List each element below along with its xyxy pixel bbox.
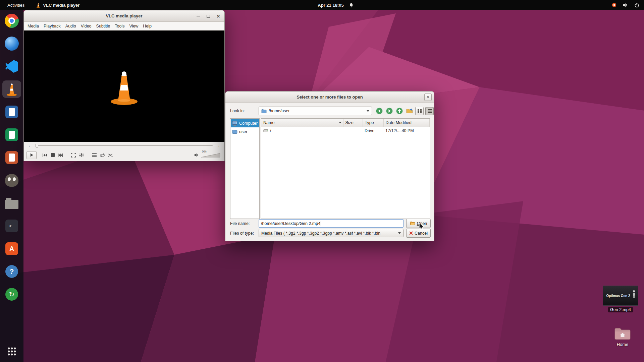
dock-item-help[interactable]: ? [2,263,21,280]
shuffle-icon [108,153,113,157]
dialog-titlebar[interactable]: Select one or more files to open × [225,92,434,103]
files-of-type-value: Media Files ( *.3g2 *.3gp *.3gp2 *.3gpp … [261,231,396,236]
menu-tools[interactable]: Tools [112,23,127,29]
files-of-type-select[interactable]: Media Files ( *.3g2 *.3gp *.3gp2 *.3gpp … [259,229,404,237]
vlc-window-buttons: × [194,10,222,22]
help-icon: ? [5,265,18,278]
back-button[interactable] [375,107,383,115]
column-header-type[interactable]: Type [363,119,383,127]
play-button[interactable] [26,151,37,159]
dialog-close-button[interactable]: × [424,94,432,101]
dock-item-calc[interactable] [2,126,21,143]
cancel-button[interactable]: Cancel [406,229,431,238]
vlc-video-area[interactable] [24,31,224,142]
speaker-icon [194,153,199,157]
forward-button[interactable] [385,107,393,115]
menu-media[interactable]: Media [25,23,41,29]
desktop-icon-label: Gen 2.mp4 [608,307,633,312]
look-in-combobox[interactable]: /home/user [259,107,372,115]
dock-item-prefs[interactable]: ↻ [2,286,21,303]
impress-icon [5,151,18,164]
minimize-button[interactable] [194,12,202,20]
column-header-date-modified[interactable]: Date Modified [383,119,430,127]
dock-item-impress[interactable] [2,149,21,166]
minimize-icon [197,16,200,16]
dock: >_A?↻ [0,10,23,362]
playlist-button[interactable] [90,152,98,159]
menu-subtitle[interactable]: Subtitle [94,23,113,29]
dock-item-writer[interactable] [2,103,21,121]
place-item-user[interactable]: user [231,127,259,136]
dock-item-files[interactable] [2,194,21,212]
file-name-value: /home/user/Desktop/Gen 2.mp4 [261,221,320,226]
open-button[interactable]: Open [406,219,431,228]
desktop-icon-home[interactable]: Home [610,327,635,347]
volume-control[interactable]: 0% [194,149,222,161]
fullscreen-button[interactable] [69,152,77,159]
new-folder-button[interactable] [405,107,414,115]
clock-button[interactable]: Apr 21 18:05 [318,0,354,10]
file-row[interactable]: /Drive17/12/...:40 PM [261,127,430,134]
place-label: Computer [239,121,258,126]
icon-view-button[interactable] [415,107,424,115]
total-time: --:-- [216,143,222,147]
activities-button[interactable]: Activities [5,0,27,10]
shuffle-button[interactable] [106,152,114,159]
menu-help[interactable]: Help [141,23,154,29]
look-in-value: /home/user [269,109,290,113]
vlc-titlebar[interactable]: VLC media player × [24,10,224,22]
vlc-window-title: VLC media player [106,13,142,18]
dock-item-vscode[interactable] [2,58,21,75]
power-status-icon[interactable] [634,3,639,8]
dock-item-ubuntu-software[interactable]: A [2,240,21,257]
parent-directory-button[interactable] [395,107,404,115]
seek-handle[interactable] [36,144,38,147]
seek-slider[interactable] [36,145,213,146]
clock-label: Apr 21 18:05 [318,3,343,8]
notification-bell-icon [349,3,354,8]
close-button[interactable]: × [214,12,222,20]
next-button[interactable] [57,152,65,159]
vlc-cone-icon [36,2,41,8]
dock-item-gimp[interactable] [2,172,21,189]
file-name-input[interactable]: /home/user/Desktop/Gen 2.mp4 [259,219,404,228]
menu-playback[interactable]: Playback [41,23,63,29]
vlc-icon [6,82,18,96]
show-applications-button[interactable] [2,344,21,359]
loop-button[interactable] [98,152,106,159]
volume-status-icon[interactable] [623,3,628,8]
dock-item-terminal[interactable]: >_ [2,217,21,235]
volume-slider[interactable] [201,153,220,158]
menu-video[interactable]: Video [78,23,94,29]
extended-settings-button[interactable] [77,152,86,159]
fullscreen-icon [71,153,76,158]
place-item-computer[interactable]: Computer [231,119,259,127]
dock-item-browser[interactable] [2,35,21,52]
maximize-button[interactable] [204,12,212,20]
look-in-label: Look in: [230,109,245,113]
previous-button[interactable] [41,152,49,159]
menu-view[interactable]: View [127,23,141,29]
stop-button[interactable] [49,152,57,159]
column-header-name[interactable]: Name [261,119,343,127]
indicator-orange-icon[interactable] [612,3,616,7]
menu-audio[interactable]: Audio [63,23,78,29]
dialog-title: Select one or more files to open [297,95,363,100]
dock-item-vlc[interactable] [2,80,21,98]
detail-view-button[interactable] [425,107,434,115]
file-table: NameSizeTypeDate Modified /Drive17/12/..… [261,119,430,134]
calc-icon [5,128,18,141]
equalizer-icon [79,153,84,157]
folder-icon [261,109,267,113]
dock-items: >_A?↻ [2,12,21,303]
elapsed-time: --:-- [26,143,32,147]
open-folder-icon [410,221,415,226]
vlc-cone-logo [109,68,140,105]
desktop-icon-gen2-video[interactable]: Optimus Gen 2 Gen 2.mp4 [603,286,638,312]
playlist-icon [92,153,97,157]
chevron-down-icon [398,232,401,235]
focused-app-indicator[interactable]: VLC media player [33,0,82,10]
cancel-button-label: Cancel [415,231,428,236]
dock-item-chrome[interactable] [2,12,21,29]
column-header-size[interactable]: Size [343,119,363,127]
